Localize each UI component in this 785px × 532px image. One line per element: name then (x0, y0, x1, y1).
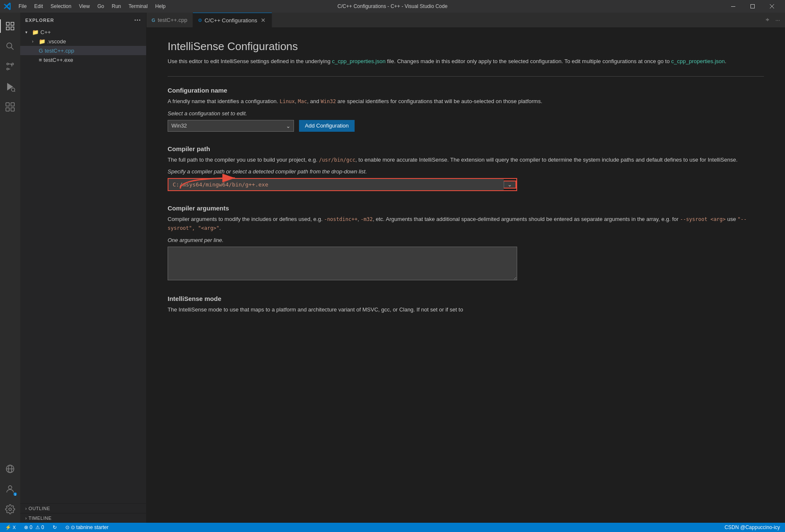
folder-icon: 📁 (32, 29, 39, 35)
cpp-tab-icon: G (152, 18, 155, 23)
svg-point-4 (7, 43, 12, 48)
compiler-args-label: One argument per line. (168, 237, 764, 243)
status-bar-left: ⚡ X ⊗ 0 ⚠ 0 ↻ ⊙ ⊙ tabnine starter (3, 524, 110, 530)
tab-testcpp[interactable]: G testC++.cpp (147, 13, 193, 27)
sidebar-more-actions[interactable]: ··· (134, 16, 141, 24)
error-icon: ⊗ (24, 524, 28, 530)
activity-remote[interactable] (0, 459, 20, 479)
chevron-right-icon: › (32, 39, 39, 44)
close-button[interactable] (762, 0, 782, 13)
c-cpp-properties-link-2[interactable]: c_cpp_properties.json (671, 58, 725, 64)
win32-code: Win32 (321, 98, 336, 104)
menu-terminal[interactable]: Terminal (125, 3, 151, 10)
activity-bar: 1 (0, 13, 20, 523)
status-bar: ⚡ X ⊗ 0 ⚠ 0 ↻ ⊙ ⊙ tabnine starter CSDN @… (0, 523, 785, 532)
accounts-badge: 1 (13, 492, 17, 496)
mac-code: Mac (298, 98, 307, 104)
intellisense-mode-desc: The IntelliSense mode to use that maps t… (168, 306, 764, 314)
folder-closed-icon: 📁 (39, 38, 45, 45)
menu-help[interactable]: Help (152, 3, 169, 10)
activity-extensions[interactable] (0, 97, 20, 117)
window-controls (724, 0, 782, 13)
tab-actions: ⫩ ··· (763, 13, 785, 27)
compiler-path-dropdown[interactable]: ⌄ (504, 181, 516, 189)
split-editor-button[interactable]: ⫩ (763, 15, 772, 25)
cpp-file-icon: G (39, 48, 43, 54)
tree-item-testcpp[interactable]: G testC++.cpp (20, 46, 146, 55)
timeline-header[interactable]: › TIMELINE (20, 513, 146, 523)
page-description: Use this editor to edit IntelliSense set… (168, 57, 764, 66)
config-select-wrapper: Win32LinuxMac (168, 120, 294, 132)
status-errors[interactable]: ⊗ 0 ⚠ 0 (22, 524, 45, 530)
svg-point-8 (7, 68, 8, 70)
menu-edit[interactable]: Edit (31, 3, 46, 10)
content-area: IntelliSense Configurations Use this edi… (147, 27, 785, 523)
activity-settings[interactable] (0, 499, 20, 519)
add-configuration-button[interactable]: Add Configuration (299, 120, 355, 132)
svg-point-20 (9, 508, 11, 511)
compiler-path-row: ⌄ (168, 178, 517, 191)
status-bar-right: CSDN @Cappuccino-icy (723, 524, 782, 530)
tree-item-testexe[interactable]: ≡ testC++.exe (20, 55, 146, 64)
tab-cpp-config[interactable]: ⚙ C/C++ Configurations ✕ (193, 13, 272, 27)
svg-line-11 (14, 91, 15, 92)
c-cpp-properties-link-1[interactable]: c_cpp_properties.json (332, 58, 385, 64)
sidebar-header: Explorer ··· (20, 13, 146, 27)
config-row: Win32LinuxMac Add Configuration (168, 120, 764, 132)
tabnine-icon: ⊙ (65, 524, 69, 530)
chevron-down-icon: ▾ (25, 30, 32, 35)
cpp-config-tab-icon: ⚙ (198, 18, 202, 23)
timeline-panel: › TIMELINE (20, 513, 146, 523)
activity-source-control[interactable] (0, 56, 20, 77)
linux-code: Linux (280, 98, 295, 104)
menu-run[interactable]: Run (108, 3, 124, 10)
menu-bar: File Edit Selection View Go Run Terminal… (15, 3, 169, 10)
status-tabnine[interactable]: ⊙ ⊙ tabnine starter (64, 524, 110, 530)
svg-line-5 (11, 48, 13, 50)
sync-icon: ↻ (53, 524, 57, 530)
section-divider (168, 76, 764, 77)
svg-point-7 (12, 63, 13, 65)
status-sync[interactable]: ↻ (51, 524, 59, 530)
svg-rect-13 (11, 103, 14, 106)
svg-marker-9 (7, 83, 13, 90)
minimize-button[interactable] (724, 0, 743, 13)
dropdown-chevron-icon: ⌄ (507, 181, 512, 188)
menu-go[interactable]: Go (94, 3, 107, 10)
activity-accounts[interactable]: 1 (0, 479, 20, 499)
sidebar: Explorer ··· ▾ 📁 C++ › 📁 .vscode G testC… (20, 13, 147, 523)
menu-file[interactable]: File (15, 3, 30, 10)
exe-file-icon: ≡ (39, 57, 42, 63)
editor-area: G testC++.cpp ⚙ C/C++ Configurations ✕ ⫩… (147, 13, 785, 523)
svg-point-19 (8, 486, 12, 489)
tab-bar: G testC++.cpp ⚙ C/C++ Configurations ✕ ⫩… (147, 13, 785, 27)
activity-search[interactable] (0, 36, 20, 56)
svg-rect-12 (6, 103, 9, 106)
menu-view[interactable]: View (75, 3, 93, 10)
outline-panel: › OUTLINE (20, 503, 146, 513)
sidebar-title: Explorer (25, 18, 54, 23)
outline-header[interactable]: › OUTLINE (20, 504, 146, 513)
tree-item-vscode[interactable]: › 📁 .vscode (20, 37, 146, 46)
status-watermark: CSDN @Cappuccino-icy (723, 524, 782, 530)
more-actions-button[interactable]: ··· (774, 15, 782, 25)
compiler-args-desc: Compiler arguments to modify the include… (168, 215, 764, 233)
activity-run-debug[interactable] (0, 77, 20, 97)
intellisense-mode-title: IntelliSense mode (168, 295, 764, 302)
warning-icon: ⚠ (35, 524, 40, 530)
tree-item-cpp[interactable]: ▾ 📁 C++ (20, 27, 146, 37)
compiler-args-textarea[interactable] (168, 247, 517, 280)
config-name-title: Configuration name (168, 87, 764, 94)
status-remote[interactable]: ⚡ X (3, 524, 17, 530)
activity-explorer[interactable] (0, 16, 20, 36)
compiler-path-input[interactable] (168, 179, 504, 190)
window-title: C/C++ Configurations - C++ - Visual Stud… (337, 3, 447, 9)
svg-rect-14 (6, 108, 9, 111)
config-name-desc: A friendly name that identifies a config… (168, 97, 764, 106)
menu-selection[interactable]: Selection (47, 3, 75, 10)
compiler-path-title: Compiler path (168, 145, 764, 152)
config-select[interactable]: Win32LinuxMac (168, 120, 294, 132)
tab-close-button[interactable]: ✕ (260, 17, 267, 24)
maximize-button[interactable] (743, 0, 762, 13)
code-sysroot-arg: --sysroot <arg> (680, 216, 726, 222)
